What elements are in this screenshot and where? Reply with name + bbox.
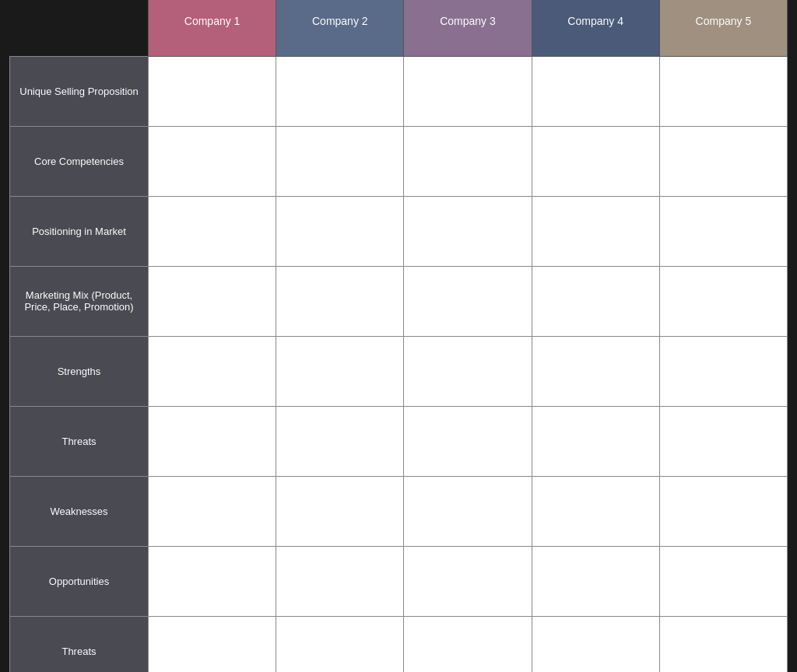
row-label-4: Strengths [10,336,149,406]
cell-row7-col3[interactable] [532,546,659,616]
cell-row1-col4[interactable] [659,126,787,196]
cell-row5-col2[interactable] [404,406,532,476]
header-empty [10,0,149,56]
cell-row8-col2[interactable] [404,616,532,672]
cell-row4-col4[interactable] [659,336,787,406]
cell-row4-col2[interactable] [404,336,532,406]
table-row: Unique Selling Proposition [10,56,788,126]
cell-row1-col2[interactable] [404,126,532,196]
cell-row6-col3[interactable] [532,476,659,546]
cell-row6-col0[interactable] [149,476,276,546]
row-label-8: Threats [10,616,149,672]
row-label-7: Opportunities [10,546,149,616]
row-label-3: Marketing Mix (Product, Price, Place, Pr… [10,266,149,336]
row-label-6: Weaknesses [10,476,149,546]
table-row: Strengths [10,336,788,406]
cell-row0-col0[interactable] [149,56,276,126]
cell-row1-col3[interactable] [532,126,659,196]
cell-row0-col1[interactable] [276,56,404,126]
header-company3: Company 3 [404,0,532,56]
cell-row0-col2[interactable] [404,56,532,126]
cell-row7-col2[interactable] [404,546,532,616]
comparison-table: Company 1 Company 2 Company 3 Company 4 … [9,0,788,672]
cell-row7-col0[interactable] [149,546,276,616]
cell-row5-col3[interactable] [532,406,659,476]
cell-row3-col0[interactable] [149,266,276,336]
cell-row2-col2[interactable] [404,196,532,266]
main-container: Company 1 Company 2 Company 3 Company 4 … [0,0,797,672]
cell-row3-col2[interactable] [404,266,532,336]
row-label-5: Threats [10,406,149,476]
cell-row7-col4[interactable] [659,546,787,616]
cell-row5-col4[interactable] [659,406,787,476]
table-row: Core Competencies [10,126,788,196]
cell-row5-col1[interactable] [276,406,404,476]
header-company5: Company 5 [659,0,787,56]
header-company2: Company 2 [276,0,404,56]
cell-row6-col1[interactable] [276,476,404,546]
table-row: Threats [10,616,788,672]
row-label-0: Unique Selling Proposition [10,56,149,126]
cell-row0-col3[interactable] [532,56,659,126]
cell-row2-col4[interactable] [659,196,787,266]
cell-row8-col0[interactable] [149,616,276,672]
cell-row2-col3[interactable] [532,196,659,266]
row-label-1: Core Competencies [10,126,149,196]
cell-row4-col1[interactable] [276,336,404,406]
cell-row8-col4[interactable] [659,616,787,672]
table-row: Positioning in Market [10,196,788,266]
table-row: Weaknesses [10,476,788,546]
cell-row2-col0[interactable] [149,196,276,266]
cell-row3-col4[interactable] [659,266,787,336]
cell-row6-col2[interactable] [404,476,532,546]
cell-row4-col0[interactable] [149,336,276,406]
table-row: Marketing Mix (Product, Price, Place, Pr… [10,266,788,336]
cell-row3-col1[interactable] [276,266,404,336]
header-company4: Company 4 [532,0,659,56]
cell-row3-col3[interactable] [532,266,659,336]
cell-row4-col3[interactable] [532,336,659,406]
cell-row0-col4[interactable] [659,56,787,126]
table-row: Opportunities [10,546,788,616]
cell-row2-col1[interactable] [276,196,404,266]
cell-row6-col4[interactable] [659,476,787,546]
header-company1: Company 1 [149,0,276,56]
cell-row1-col0[interactable] [149,126,276,196]
cell-row8-col1[interactable] [276,616,404,672]
cell-row8-col3[interactable] [532,616,659,672]
table-row: Threats [10,406,788,476]
cell-row1-col1[interactable] [276,126,404,196]
row-label-2: Positioning in Market [10,196,149,266]
cell-row7-col1[interactable] [276,546,404,616]
cell-row5-col0[interactable] [149,406,276,476]
